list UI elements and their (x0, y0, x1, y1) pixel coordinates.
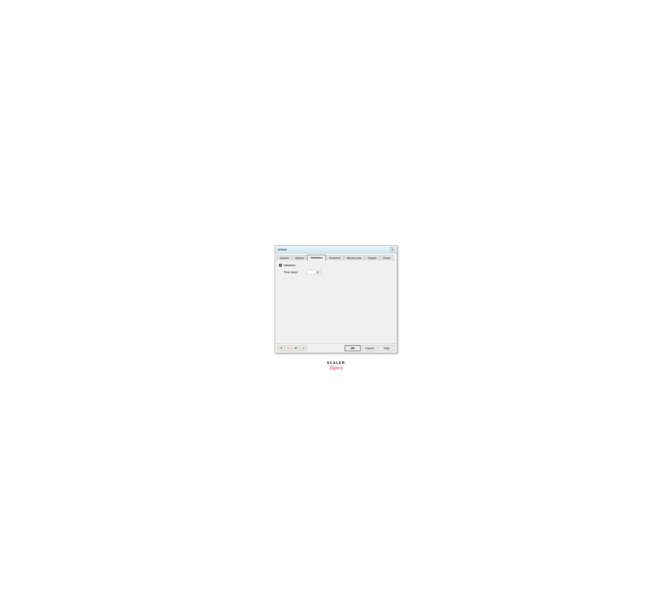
tag-button[interactable]: ⊘ (300, 345, 307, 351)
tab-charts[interactable]: Charts (380, 255, 394, 261)
download-button[interactable]: ▼ (292, 345, 299, 351)
validation-checkbox[interactable] (279, 264, 282, 267)
arima-dialog: ARIMA × General Options Validation Predi… (275, 245, 397, 353)
validation-label: Validation: (283, 264, 296, 267)
tag-icon: ⊘ (302, 346, 305, 350)
help-button[interactable]: Help (379, 345, 395, 351)
dialog-title: ARIMA (277, 248, 287, 251)
download-icon: ▼ (294, 346, 298, 350)
branding: SCALER Topics (327, 361, 345, 371)
tab-outputs[interactable]: Outputs (365, 255, 380, 261)
dialog-titlebar: ARIMA × (275, 246, 397, 253)
time-steps-label: Time steps: (284, 271, 303, 274)
ok-button[interactable]: OK (345, 345, 361, 351)
tab-general[interactable]: General (277, 255, 292, 261)
brand-scaler-text: SCALER (327, 361, 345, 365)
footer-tools: ↺ ✏ ▼ ⊘ (277, 345, 344, 351)
tab-options[interactable]: Options (292, 255, 307, 261)
time-steps-row: Time steps: (284, 270, 393, 274)
tab-prediction[interactable]: Prediction (326, 255, 344, 261)
brand-topics-text: Topics (329, 365, 343, 371)
reset-icon: ↺ (279, 346, 282, 350)
dialog-footer: ↺ ✏ ▼ ⊘ OK Cancel Help (275, 343, 397, 353)
cancel-button[interactable]: Cancel (362, 345, 378, 351)
edit-icon: ✏ (287, 346, 290, 350)
tab-missing-data[interactable]: Missing data (344, 255, 364, 261)
footer-actions: OK Cancel Help (345, 345, 395, 351)
edit-button[interactable]: ✏ (285, 345, 292, 351)
tabs-bar: General Options Validation Prediction Mi… (275, 253, 397, 261)
dialog-content: Validation: Time steps: (275, 261, 397, 343)
validation-row: Validation: (279, 264, 393, 267)
close-button[interactable]: × (390, 247, 395, 252)
page-wrapper: ARIMA × General Options Validation Predi… (267, 237, 405, 378)
tab-validation[interactable]: Validation (307, 255, 326, 261)
time-steps-input[interactable] (307, 270, 320, 274)
reset-button[interactable]: ↺ (277, 345, 284, 351)
